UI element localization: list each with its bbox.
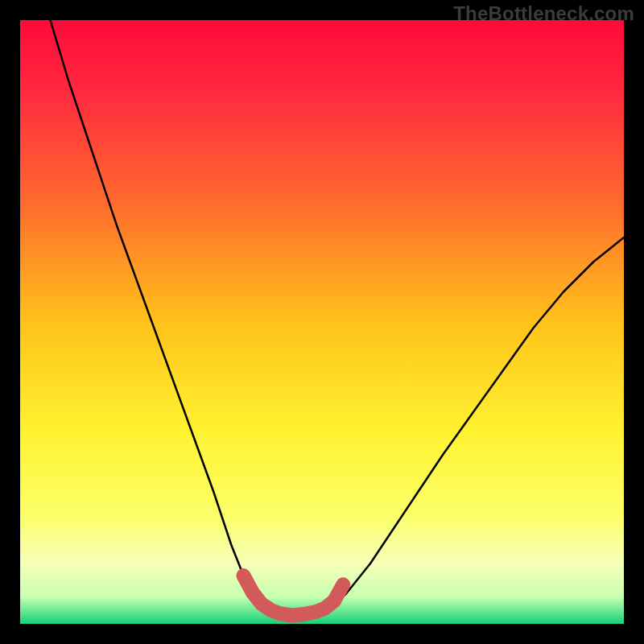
plot-area	[20, 20, 624, 624]
bottleneck-curve	[20, 20, 624, 624]
watermark-text: TheBottleneck.com	[453, 2, 634, 25]
chart-frame: TheBottleneck.com	[0, 0, 644, 644]
